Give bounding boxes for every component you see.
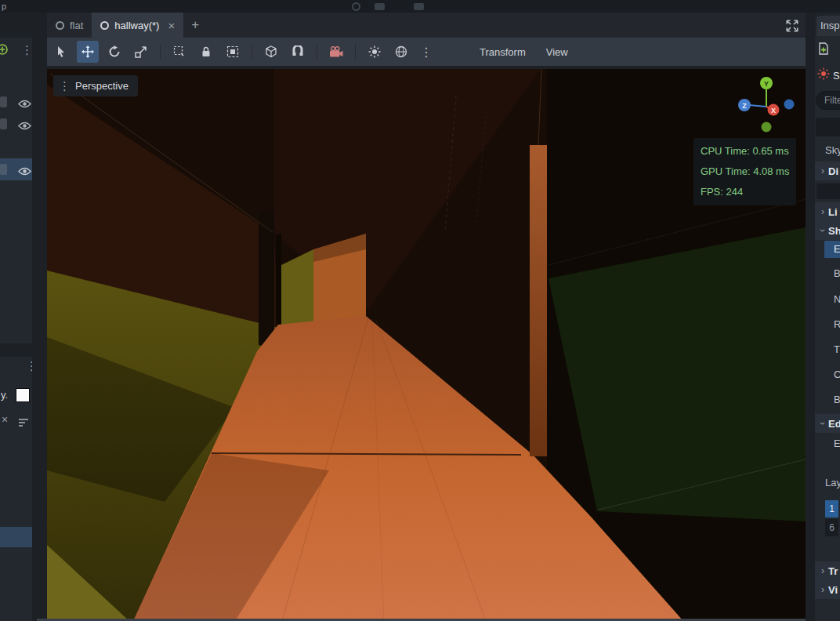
inspector-section-open[interactable]: › Sh (815, 221, 840, 240)
godot-editor-window: p ⋮ ⋮ (0, 0, 840, 621)
axis-neg-z-ball (784, 100, 795, 110)
visibility-eye-icon[interactable] (18, 119, 31, 133)
axis-neg-y-ball (762, 122, 772, 133)
view-menu[interactable]: View (538, 42, 576, 62)
property-label: C (834, 369, 840, 380)
axis-z-label: Z (742, 102, 747, 110)
snap-icon[interactable] (287, 41, 309, 63)
topbar-icon-fragment[interactable] (414, 3, 424, 10)
scrollbar-gutter[interactable] (32, 38, 37, 343)
scene-dock-menu-icon[interactable]: ⋮ (21, 44, 33, 56)
property-label: R (834, 318, 840, 330)
add-scene-tab-button[interactable]: + (183, 13, 207, 38)
visibility-eye-icon[interactable] (18, 165, 31, 179)
move-tool-button[interactable] (77, 41, 99, 63)
scrollbar-gutter[interactable] (32, 357, 37, 621)
property-row-selected[interactable]: E (824, 241, 840, 258)
tab-hallway[interactable]: hallway(*) × (92, 13, 183, 38)
scene-tab-bar: flat hallway(*) × + (47, 13, 806, 38)
axis-y-label: Y (764, 80, 769, 88)
tab-inspector[interactable]: Insp (816, 16, 840, 36)
node-icon (0, 96, 7, 107)
tab-flat[interactable]: flat (47, 13, 92, 38)
property-row[interactable]: × (0, 410, 32, 432)
layer-toggle-off[interactable]: 6 (825, 519, 838, 536)
tab-label: hallway(*) (114, 20, 159, 31)
property-label: T (834, 343, 840, 355)
color-swatch[interactable] (16, 388, 30, 402)
topbar-icon-fragment[interactable] (375, 3, 385, 10)
3d-viewport[interactable]: ⋮ Perspective Y Z X CPU Time: 0.65 ms GP… (47, 69, 806, 619)
transform-menu[interactable]: Transform (472, 42, 534, 62)
view-menu-icon: ⋮ (59, 80, 71, 93)
viewport-toolbar: ⋮ Transform View (47, 38, 806, 66)
chevron-right-icon: › (821, 206, 824, 217)
box-select-tool-button[interactable] (168, 41, 190, 63)
list-item-selected[interactable] (0, 527, 32, 547)
lock-icon[interactable] (195, 41, 217, 63)
inspector-section[interactable]: › Li (815, 202, 840, 221)
environment-icon[interactable] (390, 41, 412, 63)
orange-pillar (530, 145, 547, 456)
property-label: B (834, 267, 840, 279)
property-label: E (834, 438, 840, 449)
chevron-down-icon: › (817, 229, 828, 232)
filesystem-dock-strip: ⋮ y. × (0, 357, 37, 621)
dark-pillar (259, 210, 274, 348)
main-menu-bar: p (0, 0, 840, 13)
fps: FPS: 244 (701, 182, 789, 202)
clear-icon[interactable]: × (2, 413, 8, 426)
local-space-icon[interactable] (260, 41, 282, 63)
axis-x-label: X (771, 107, 776, 114)
add-node-icon[interactable] (0, 44, 9, 59)
scene-icon (56, 21, 64, 30)
performance-stats: CPU Time: 0.65 ms GPU Time: 4.08 ms FPS:… (693, 138, 796, 205)
property-label: Sky (825, 144, 840, 156)
node-icon (0, 118, 7, 129)
perspective-label: Perspective (75, 80, 129, 92)
property-input[interactable] (816, 183, 840, 199)
scene-tree-row-selected[interactable] (0, 158, 32, 180)
rotate-tool-button[interactable] (103, 41, 125, 63)
scene-tree-row[interactable] (0, 91, 32, 113)
filter-properties-input[interactable]: Filte (816, 91, 840, 110)
inspector-section[interactable]: › Vi (815, 580, 840, 599)
scene-dock-strip: ⋮ (0, 38, 37, 343)
separator (252, 44, 252, 60)
camera-preview-icon[interactable] (325, 41, 347, 63)
directional-light-icon (817, 67, 830, 83)
property-label: Lay (825, 477, 840, 488)
axis-gizmo[interactable]: Y Z X (721, 74, 799, 136)
property-row[interactable]: y. (0, 385, 32, 407)
node-name: S (833, 70, 840, 82)
viewport-3d-scene (47, 69, 806, 619)
new-resource-icon[interactable] (818, 42, 829, 58)
visibility-eye-icon[interactable] (18, 97, 31, 111)
inspector-dock-strip: Insp S Filte Sky › Di › Li › Sh E B N R … (806, 0, 840, 621)
property-dropdown[interactable] (816, 118, 840, 136)
inspector-section[interactable]: › Tr (815, 561, 840, 580)
sort-icon[interactable] (18, 416, 29, 430)
chevron-down-icon: › (817, 422, 828, 425)
more-options-icon[interactable]: ⋮ (417, 45, 436, 60)
dock-splitter[interactable] (806, 13, 815, 621)
chevron-right-icon: › (821, 565, 824, 576)
inspector-section-open[interactable]: › Ed (815, 414, 840, 433)
close-icon[interactable]: × (168, 19, 175, 32)
property-label: y. (1, 389, 8, 401)
group-icon[interactable] (222, 41, 244, 63)
scene-tree-row[interactable] (0, 113, 32, 135)
scale-tool-button[interactable] (130, 41, 152, 63)
sun-icon[interactable] (364, 41, 386, 63)
layer-toggle-on[interactable]: 1 (825, 500, 838, 518)
chevron-right-icon: › (821, 165, 824, 176)
perspective-menu-button[interactable]: ⋮ Perspective (53, 75, 138, 96)
topbar-icon-fragment[interactable] (352, 2, 360, 11)
expand-icon[interactable] (785, 19, 799, 33)
chevron-right-icon: › (821, 584, 824, 595)
menu-fragment: p (2, 2, 6, 11)
property-label: N (834, 293, 840, 305)
select-tool-button[interactable] (50, 41, 72, 63)
separator (317, 44, 317, 60)
inspector-section[interactable]: › Di (815, 162, 840, 180)
